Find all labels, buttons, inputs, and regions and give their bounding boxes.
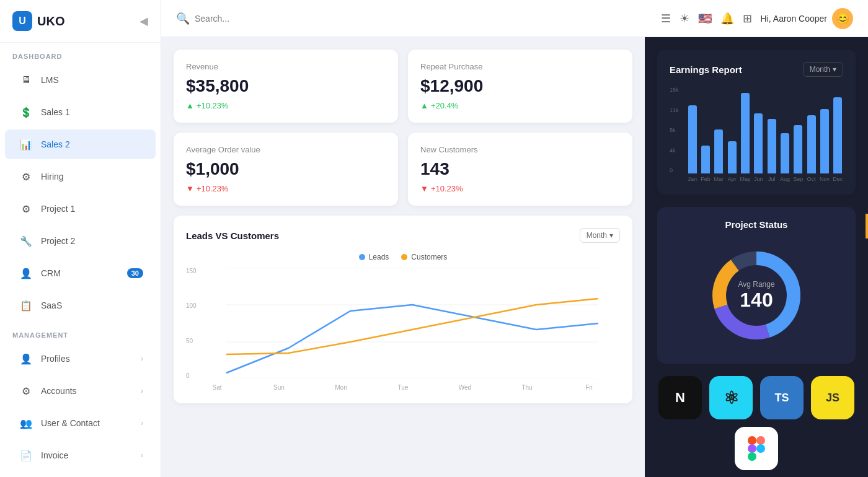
profiles-icon: 👤 <box>17 350 35 367</box>
sidebar-item-profiles[interactable]: 👤 Profiles › <box>5 344 156 374</box>
y-100: 100 <box>186 302 203 309</box>
bar-col-apr <box>727 87 737 173</box>
bar-col-may <box>740 87 750 173</box>
bar-label-may: May <box>740 176 750 182</box>
bar-oct <box>807 115 816 173</box>
svg-rect-9 <box>756 436 765 445</box>
user-contact-chevron: › <box>141 419 143 427</box>
sidebar-collapse-button[interactable]: ◀ <box>140 14 148 28</box>
y-8k: 8k <box>670 127 679 133</box>
y-50: 50 <box>186 338 203 344</box>
sidebar-item-hiring[interactable]: ⚙ Hiring <box>5 162 156 191</box>
stats-grid: Revenue $35,800 ▲ +10.23% Repeat Purchas… <box>174 50 632 206</box>
svg-rect-8 <box>748 436 756 445</box>
nextjs-icon[interactable]: N <box>658 376 702 419</box>
leads-dot <box>359 254 365 260</box>
layouts-tab[interactable]: Layouts <box>865 214 868 239</box>
sidebar-item-saas[interactable]: 📋 SaaS <box>5 291 156 320</box>
bar-col-nov <box>819 87 830 173</box>
sidebar-item-project2[interactable]: 🔧 Project 2 <box>5 226 156 256</box>
x-fri: Fri <box>558 384 620 391</box>
logo-brand: U UKO <box>12 11 64 31</box>
y-150: 150 <box>186 268 203 274</box>
typescript-icon[interactable]: TS <box>760 376 804 419</box>
revenue-value: $35,800 <box>186 76 386 96</box>
svg-point-12 <box>756 444 765 453</box>
donut-avg-value: 140 <box>738 289 774 312</box>
bar-chart-area <box>670 87 843 173</box>
sidebar-item-project1[interactable]: ⚙ Project 1 <box>5 194 156 224</box>
sidebar-item-accounts[interactable]: ⚙ Accounts › <box>5 376 156 406</box>
down-arrow-icon: ▼ <box>186 184 194 193</box>
crm-badge: 30 <box>127 268 143 278</box>
bar-col-feb <box>700 87 711 173</box>
bar-may <box>741 93 750 173</box>
sidebar-item-label: Project 1 <box>41 204 75 214</box>
bar-col-dec <box>833 87 843 173</box>
project-status-title: Project Status <box>670 219 843 230</box>
sidebar-item-ecommerce[interactable]: 🛒 Ecommerce › <box>5 473 156 477</box>
grid-icon[interactable]: ⊞ <box>743 12 752 25</box>
revenue-change-value: +10.23% <box>197 101 229 110</box>
invoice-icon: 📄 <box>17 447 35 464</box>
bar-col-oct <box>806 87 817 173</box>
sidebar: U UKO ◀ DASHBOARD 🖥 LMS 💲 Sales 1 📊 Sale… <box>0 0 161 477</box>
y-4k: 4k <box>670 147 679 154</box>
sidebar-item-label: LMS <box>41 75 59 85</box>
repeat-change: ▲ +20.4% <box>420 101 620 110</box>
revenue-change: ▲ +10.23% <box>186 101 386 110</box>
figma-icon[interactable] <box>735 427 778 470</box>
accounts-chevron: › <box>141 387 143 395</box>
user-contact-icon: 👥 <box>17 414 35 432</box>
sidebar-item-label: Accounts <box>41 386 77 396</box>
flag-icon[interactable]: 🇺🇸 <box>698 12 712 25</box>
earnings-filter-chevron: ▾ <box>833 65 836 74</box>
avg-order-change: ▼ +10.23% <box>186 184 386 193</box>
project-status-card: Project Status Avg Range 140 <box>657 207 856 364</box>
bar-mar <box>714 129 723 174</box>
sidebar-item-label: Sales 1 <box>41 107 70 117</box>
react-icon[interactable]: ⚛ <box>709 376 753 419</box>
filter-chevron-icon: ▾ <box>609 231 613 240</box>
sidebar-item-user-contact[interactable]: 👥 User & Contact › <box>5 408 156 438</box>
down-arrow-icon: ▼ <box>420 184 428 193</box>
x-wed: Wed <box>434 384 496 391</box>
x-tue: Tue <box>372 384 434 391</box>
bar-col-mar <box>714 87 724 173</box>
menu-icon[interactable]: ☰ <box>661 12 671 25</box>
crm-icon: 👤 <box>17 265 35 282</box>
sidebar-item-label: SaaS <box>41 300 62 310</box>
lms-icon: 🖥 <box>17 71 35 89</box>
svg-rect-11 <box>748 452 756 461</box>
javascript-icon[interactable]: JS <box>811 376 854 419</box>
sidebar-item-crm[interactable]: 👤 CRM 30 <box>5 258 156 288</box>
bar-aug <box>781 133 789 173</box>
bar-x-labels: JanFebMarAprMayJunJulAugSepOctNovDec <box>670 176 843 182</box>
accounts-icon: ⚙ <box>17 382 35 400</box>
hiring-icon: ⚙ <box>17 168 35 185</box>
management-section-label: MANAGEMENT <box>0 322 161 343</box>
theme-icon[interactable]: ☀ <box>680 12 689 25</box>
sidebar-item-lms[interactable]: 🖥 LMS <box>5 65 156 95</box>
bar-chart-container: 15k 11k 8k 4k 0 <box>670 87 843 173</box>
legend-leads: Leads <box>359 253 389 261</box>
header-user[interactable]: Hi, Aaron Cooper 😊 <box>761 8 853 29</box>
earnings-filter-button[interactable]: Month ▾ <box>803 62 843 77</box>
bar-label-jul: Jul <box>766 176 777 182</box>
leads-filter-button[interactable]: Month ▾ <box>580 228 620 243</box>
stat-card-repeat: Repeat Purchase $12,900 ▲ +20.4% <box>408 50 632 123</box>
repeat-change-value: +20.4% <box>431 101 458 110</box>
brand-name: UKO <box>37 14 64 28</box>
search-input[interactable] <box>195 14 319 24</box>
up-arrow-icon: ▲ <box>186 101 194 110</box>
sidebar-item-sales2[interactable]: 📊 Sales 2 <box>5 129 156 159</box>
sidebar-item-invoice[interactable]: 📄 Invoice › <box>5 440 156 470</box>
bar-label-jan: Jan <box>687 176 698 182</box>
avg-order-label: Average Order value <box>186 145 386 154</box>
x-mon: Mon <box>310 384 372 391</box>
sales2-icon: 📊 <box>17 136 35 153</box>
donut-container: Avg Range 140 <box>670 240 843 351</box>
sidebar-item-sales1[interactable]: 💲 Sales 1 <box>5 97 156 127</box>
bell-icon[interactable]: 🔔 <box>720 12 734 25</box>
dashboard-section-label: DASHBOARD <box>0 43 161 64</box>
